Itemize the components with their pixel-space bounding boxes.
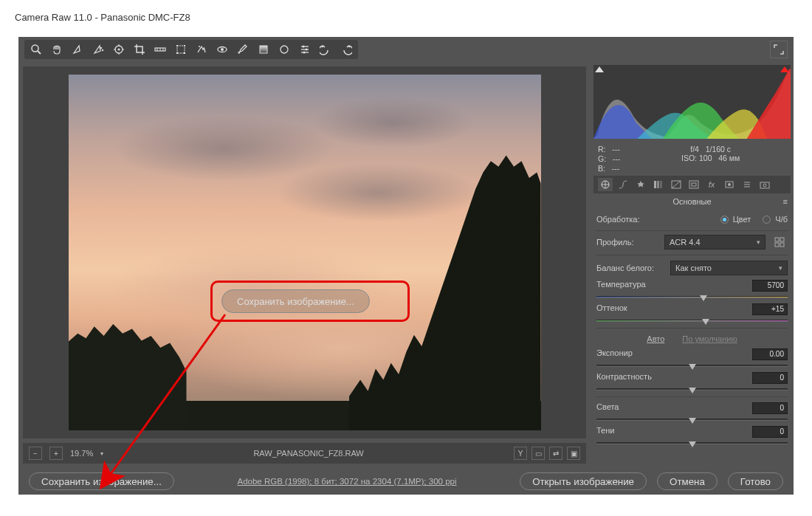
contrast-value: 0	[752, 372, 788, 384]
crop-tool-icon[interactable]	[131, 41, 148, 58]
straighten-tool-icon[interactable]	[151, 41, 169, 58]
before-after-toggle[interactable]: Y	[514, 447, 527, 460]
svg-rect-31	[654, 181, 656, 188]
svg-line-35	[672, 181, 681, 188]
zoom-level[interactable]: 19.7%	[70, 449, 93, 458]
view-mode-icon[interactable]: ▭	[531, 447, 545, 460]
tab-curve-icon[interactable]	[616, 178, 630, 191]
tab-snapshots-icon[interactable]	[757, 178, 772, 191]
toolbar	[18, 37, 794, 62]
profile-dropdown[interactable]: ACR 4.4	[664, 235, 765, 250]
bottom-bar: Сохранить изображение... Adobe RGB (1998…	[18, 468, 794, 495]
svg-point-27	[303, 46, 305, 48]
adjustment-brush-tool-icon[interactable]	[234, 41, 252, 58]
tab-basic-icon[interactable]	[598, 178, 613, 191]
svg-rect-46	[780, 238, 784, 241]
hand-tool-icon[interactable]	[48, 41, 66, 58]
svg-point-2	[100, 47, 102, 49]
panel-title: Основные ≡	[591, 193, 794, 210]
rotate-ccw-icon[interactable]	[317, 41, 334, 58]
treatment-label: Обработка:	[596, 215, 658, 224]
wb-dropdown[interactable]: Как снято	[670, 261, 788, 275]
svg-point-28	[306, 49, 308, 51]
workflow-options-link[interactable]: Adobe RGB (1998); 8 бит; 3072 на 2304 (7…	[185, 477, 509, 486]
tint-slider[interactable]: Оттенок +15	[596, 301, 788, 325]
svg-rect-36	[689, 181, 698, 188]
svg-rect-33	[660, 181, 662, 188]
white-balance-tool-icon[interactable]	[69, 41, 86, 58]
transform-tool-icon[interactable]	[172, 41, 190, 58]
swap-icon[interactable]: ⇄	[549, 447, 562, 460]
treatment-color-radio[interactable]: Цвет	[720, 215, 751, 224]
svg-point-23	[281, 46, 288, 53]
tab-calibration-icon[interactable]	[722, 178, 737, 191]
graduated-filter-tool-icon[interactable]	[255, 41, 272, 58]
treatment-bw-radio[interactable]: Ч/б	[763, 215, 788, 224]
wb-label: Баланс белого:	[596, 264, 664, 272]
adjustment-panel-tabs: fx	[593, 176, 791, 193]
preview-filename: RAW_PANASONIC_FZ8.RAW	[111, 449, 506, 458]
copy-settings-icon[interactable]: ▣	[567, 447, 580, 460]
highlights-slider[interactable]: Света 0	[596, 400, 788, 424]
exposure-slider[interactable]: Экспонир 0.00	[596, 346, 788, 370]
svg-rect-32	[657, 181, 659, 188]
svg-point-0	[32, 45, 38, 52]
save-image-button[interactable]: Сохранить изображение...	[29, 472, 174, 490]
svg-rect-37	[692, 183, 696, 186]
zoom-out-button[interactable]: −	[29, 447, 42, 460]
profile-label: Профиль:	[596, 238, 658, 247]
rotate-cw-icon[interactable]	[337, 41, 355, 58]
exif-readout: R: --- G: --- B: --- f/4 1/160 c ISO: 10…	[591, 142, 794, 176]
redeye-tool-icon[interactable]	[213, 41, 231, 58]
highlights-value: 0	[752, 402, 788, 414]
svg-point-39	[728, 183, 731, 186]
shadows-value: 0	[752, 426, 788, 438]
svg-rect-48	[780, 243, 784, 247]
svg-rect-47	[775, 243, 779, 247]
svg-line-1	[38, 51, 41, 54]
svg-rect-45	[775, 238, 779, 241]
radial-filter-tool-icon[interactable]	[275, 41, 293, 58]
zoom-in-button[interactable]: +	[49, 447, 63, 460]
svg-rect-18	[184, 52, 185, 54]
spot-removal-tool-icon[interactable]	[193, 41, 210, 58]
svg-rect-15	[176, 45, 178, 47]
svg-point-19	[199, 46, 200, 47]
tab-detail-icon[interactable]	[633, 178, 648, 191]
svg-rect-43	[760, 182, 769, 188]
fullscreen-toggle-icon[interactable]	[770, 41, 788, 58]
open-image-button[interactable]: Открыть изображение	[520, 472, 647, 490]
profile-browser-icon[interactable]	[771, 235, 788, 250]
tab-effects-icon[interactable]: fx	[704, 178, 719, 191]
temperature-slider[interactable]: Температура 5700	[596, 278, 788, 301]
default-link[interactable]: По умолчанию	[682, 334, 737, 343]
tab-presets-icon[interactable]	[740, 178, 754, 191]
zoom-tool-icon[interactable]	[27, 41, 45, 58]
svg-rect-16	[184, 45, 185, 47]
tab-split-tone-icon[interactable]	[669, 178, 684, 191]
targeted-adjust-tool-icon[interactable]	[110, 41, 128, 58]
svg-point-29	[303, 52, 306, 54]
exposure-value: 0.00	[752, 348, 788, 360]
color-sampler-tool-icon[interactable]	[89, 41, 107, 58]
tint-value: +15	[752, 303, 788, 315]
shadow-clip-warning-icon[interactable]	[595, 66, 604, 74]
svg-rect-22	[260, 46, 267, 53]
svg-point-5	[118, 49, 120, 51]
shadows-slider[interactable]: Тени 0	[596, 424, 788, 447]
histogram[interactable]	[593, 65, 791, 139]
svg-point-44	[763, 184, 766, 187]
panel-menu-icon[interactable]: ≡	[783, 197, 788, 206]
cancel-button[interactable]: Отмена	[657, 472, 718, 490]
done-button[interactable]: Готово	[728, 472, 783, 490]
title-bar: Camera Raw 11.0 - Panasonic DMC-FZ8	[0, 0, 812, 37]
tab-hsl-icon[interactable]	[651, 178, 666, 191]
preferences-icon[interactable]	[296, 41, 314, 58]
highlight-clip-warning-icon[interactable]	[780, 66, 789, 74]
svg-point-3	[102, 49, 103, 51]
contrast-slider[interactable]: Контрастность 0	[596, 370, 788, 393]
svg-point-21	[221, 48, 224, 51]
auto-link[interactable]: Авто	[647, 334, 664, 343]
tab-lens-icon[interactable]	[687, 178, 701, 191]
image-preview[interactable]	[23, 66, 586, 438]
